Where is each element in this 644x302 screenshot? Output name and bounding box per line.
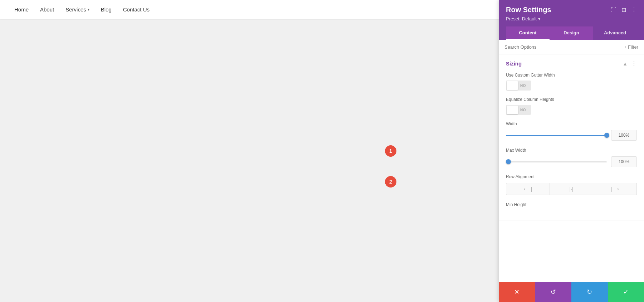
max-width-slider-container: 100% bbox=[506, 156, 637, 167]
panel-header: Row Settings ⛶ ⊟ ⋮ Preset: Default ▾ Con… bbox=[499, 0, 644, 40]
save-button[interactable]: ✓ bbox=[608, 282, 644, 302]
toggle-knob bbox=[507, 81, 518, 90]
nav-services[interactable]: Services ▾ bbox=[65, 6, 89, 13]
width-slider-fill bbox=[506, 135, 607, 136]
bottom-toolbar: ✕ ↺ ↻ ✓ bbox=[499, 282, 644, 302]
step-badge-1: 1 bbox=[385, 145, 396, 157]
custom-gutter-value: NO bbox=[520, 84, 526, 88]
nav-home[interactable]: Home bbox=[14, 6, 29, 13]
width-slider-row: Width 100% bbox=[506, 121, 637, 141]
redo-button[interactable]: ↻ bbox=[571, 282, 608, 302]
width-value-box[interactable]: 100% bbox=[611, 130, 637, 141]
settings-panel: Row Settings ⛶ ⊟ ⋮ Preset: Default ▾ Con… bbox=[499, 0, 644, 302]
search-bar: + Filter bbox=[499, 40, 644, 54]
width-slider-container: 100% bbox=[506, 130, 637, 141]
save-icon: ✓ bbox=[623, 288, 629, 296]
sizing-section: Sizing ▲ ⋮ Use Custom Gutter Width NO Eq… bbox=[499, 54, 644, 220]
section-actions: ▲ ⋮ bbox=[623, 60, 637, 67]
collapse-icon[interactable]: ▲ bbox=[623, 61, 628, 67]
row-alignment-label: Row Alignment bbox=[506, 174, 637, 179]
custom-gutter-label: Use Custom Gutter Width bbox=[506, 73, 637, 78]
align-right-option[interactable]: |⟶ bbox=[593, 183, 637, 195]
min-height-label: Min Height bbox=[506, 202, 637, 207]
cancel-button[interactable]: ✕ bbox=[499, 282, 535, 302]
nav-blog[interactable]: Blog bbox=[101, 6, 112, 13]
equalize-toggle-knob bbox=[507, 106, 518, 114]
max-width-label: Max Width bbox=[506, 148, 637, 153]
more-icon[interactable]: ⋮ bbox=[631, 6, 637, 13]
sizing-section-header: Sizing ▲ ⋮ bbox=[506, 60, 637, 67]
custom-gutter-toggle[interactable]: NO bbox=[506, 81, 531, 91]
nav-bar: Home About Services ▾ Blog Contact Us bbox=[0, 0, 499, 19]
width-label: Width bbox=[506, 121, 637, 126]
panel-tabs: Content Design Advanced bbox=[506, 26, 637, 40]
section-more-icon[interactable]: ⋮ bbox=[631, 60, 637, 67]
canvas-area: Home About Services ▾ Blog Contact Us 1 … bbox=[0, 0, 499, 302]
alignment-options: ⟵| |·| |⟶ bbox=[506, 183, 637, 195]
equalize-value: NO bbox=[520, 108, 526, 112]
step-badge-2: 2 bbox=[385, 176, 396, 187]
align-right-icon: |⟶ bbox=[611, 186, 619, 192]
max-width-slider-row: Max Width 100% bbox=[506, 148, 637, 167]
equalize-toggle-row: Equalize Column Heights NO bbox=[506, 97, 637, 115]
tab-content[interactable]: Content bbox=[506, 26, 550, 40]
width-slider-track[interactable] bbox=[506, 135, 607, 136]
filter-button[interactable]: + Filter bbox=[624, 44, 638, 50]
search-input[interactable] bbox=[504, 44, 621, 50]
align-center-option[interactable]: |·| bbox=[550, 183, 594, 195]
cancel-icon: ✕ bbox=[514, 288, 519, 296]
max-width-slider-track[interactable] bbox=[506, 161, 607, 162]
redo-icon: ↻ bbox=[587, 288, 592, 296]
align-left-option[interactable]: ⟵| bbox=[506, 183, 550, 195]
align-left-icon: ⟵| bbox=[524, 186, 532, 192]
panel-header-icons: ⛶ ⊟ ⋮ bbox=[611, 6, 637, 13]
tab-advanced[interactable]: Advanced bbox=[593, 26, 637, 40]
undo-button[interactable]: ↺ bbox=[535, 282, 572, 302]
row-alignment-row: Row Alignment ⟵| |·| |⟶ bbox=[506, 174, 637, 195]
equalize-toggle[interactable]: NO bbox=[506, 105, 531, 115]
max-width-value-box[interactable]: 100% bbox=[611, 156, 637, 167]
align-center-icon: |·| bbox=[569, 186, 573, 192]
width-slider-thumb[interactable] bbox=[604, 133, 609, 138]
max-width-slider-thumb[interactable] bbox=[506, 159, 511, 164]
panel-content: Sizing ▲ ⋮ Use Custom Gutter Width NO Eq… bbox=[499, 54, 644, 302]
panel-title: Row Settings bbox=[506, 6, 551, 14]
nav-contact[interactable]: Contact Us bbox=[123, 6, 150, 13]
sizing-title: Sizing bbox=[506, 60, 522, 67]
panel-title-row: Row Settings ⛶ ⊟ ⋮ bbox=[506, 6, 637, 14]
nav-about[interactable]: About bbox=[40, 6, 54, 13]
services-chevron-icon: ▾ bbox=[88, 8, 89, 11]
custom-gutter-toggle-row: Use Custom Gutter Width NO bbox=[506, 73, 637, 91]
fullscreen-icon[interactable]: ⛶ bbox=[611, 7, 616, 13]
equalize-label: Equalize Column Heights bbox=[506, 97, 637, 102]
tab-design[interactable]: Design bbox=[550, 26, 593, 40]
undo-icon: ↺ bbox=[551, 288, 556, 296]
min-height-row: Min Height bbox=[506, 202, 637, 207]
columns-icon[interactable]: ⊟ bbox=[621, 6, 626, 13]
panel-preset[interactable]: Preset: Default ▾ bbox=[506, 16, 637, 21]
